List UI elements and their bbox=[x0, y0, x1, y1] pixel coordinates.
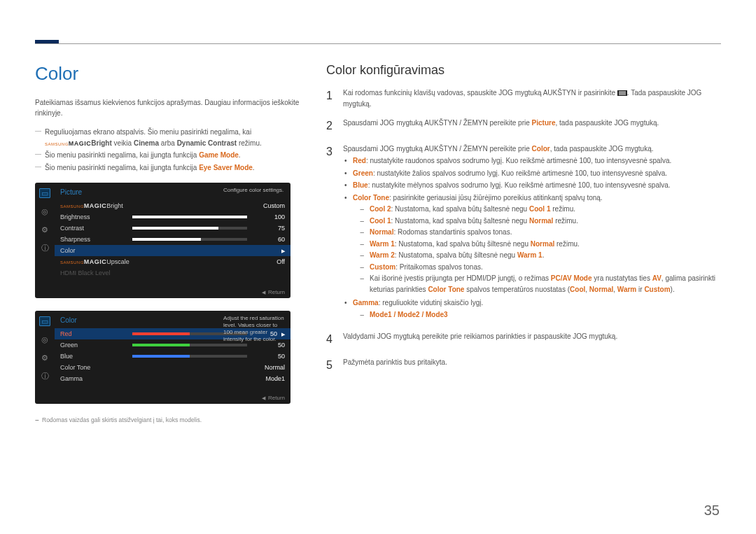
gear-icon: ⚙ bbox=[39, 225, 50, 234]
osd-row: Contrast75 bbox=[55, 223, 290, 234]
osd-color: ▭ ◎ ⚙ ⓘ Color Red50Green50Blue50Color To… bbox=[35, 311, 290, 404]
monitor-icon: ▭ bbox=[39, 316, 50, 326]
right-heading: Color konfigūravimas bbox=[326, 63, 721, 78]
osd-row: GammaMode1 bbox=[55, 373, 290, 384]
monitor-icon: ▭ bbox=[39, 188, 50, 198]
note-2: Šio meniu pasirinkti negalima, kai įjung… bbox=[35, 150, 301, 161]
osd-sidebar: ▭ ◎ ⚙ ⓘ bbox=[35, 183, 55, 283]
step-4: Valdydami JOG mygtuką pereikite prie rei… bbox=[343, 331, 721, 349]
left-heading: Color bbox=[35, 63, 301, 85]
osd-sidebar: ▭ ◎ ⚙ ⓘ bbox=[35, 311, 55, 388]
info-icon: ⓘ bbox=[39, 371, 50, 381]
footnote: Rodomas vaizdas gali skirtis atsižvelgia… bbox=[35, 416, 301, 423]
target-icon: ◎ bbox=[39, 206, 50, 216]
note-3: Šio meniu pasirinkti negalima, kai įjung… bbox=[35, 162, 301, 174]
osd-row: Color bbox=[55, 245, 290, 256]
osd-return: Return bbox=[262, 289, 285, 295]
osd-row: SAMSUNGMAGICBrightCustom bbox=[55, 200, 290, 211]
osd-row: Blue50 bbox=[55, 351, 290, 362]
svg-rect-1 bbox=[619, 92, 626, 92]
info-icon: ⓘ bbox=[39, 243, 50, 253]
page-number: 35 bbox=[704, 503, 720, 519]
osd-return: Return bbox=[262, 395, 285, 401]
step-5: Pažymėta parinktis bus pritaikyta. bbox=[343, 357, 721, 374]
svg-rect-3 bbox=[619, 94, 626, 95]
osd-tip: Configure color settings. bbox=[223, 187, 286, 194]
step-2: Spausdami JOG mygtuką AUKŠTYN / ŽEMYN pe… bbox=[343, 118, 721, 135]
osd-picture: ▭ ◎ ⚙ ⓘ Picture SAMSUNGMAGICBrightCustom… bbox=[35, 183, 290, 298]
osd-row: Color ToneNormal bbox=[55, 362, 290, 373]
osd-row: Brightness100 bbox=[55, 211, 290, 223]
gear-icon: ⚙ bbox=[39, 353, 50, 363]
steps-list: 1 Kai rodomas funkcinių klavišų vadovas,… bbox=[326, 87, 721, 374]
target-icon: ◎ bbox=[39, 335, 50, 344]
step-3: Spausdami JOG mygtuką AUKŠTYN / ŽEMYN pe… bbox=[343, 143, 721, 323]
osd-row: SAMSUNGMAGICUpscaleOff bbox=[55, 256, 290, 267]
menu-icon bbox=[617, 90, 627, 96]
osd-row: Sharpness60 bbox=[55, 234, 290, 245]
osd-tip: Adjust the red saturation level. Values … bbox=[223, 315, 286, 343]
svg-rect-2 bbox=[619, 93, 626, 94]
intro-text: Pateikiamas išsamus kiekvienos funkcijos… bbox=[35, 97, 301, 118]
osd-row: HDMI Black Level bbox=[55, 267, 290, 279]
page-top-rule bbox=[35, 43, 721, 44]
step-1: Kai rodomas funkcinių klavišų vadovas, s… bbox=[343, 87, 721, 109]
note-1: Reguliuojamas ekrano atspalvis. Šio meni… bbox=[35, 127, 301, 148]
notes-list: Reguliuojamas ekrano atspalvis. Šio meni… bbox=[35, 127, 301, 173]
